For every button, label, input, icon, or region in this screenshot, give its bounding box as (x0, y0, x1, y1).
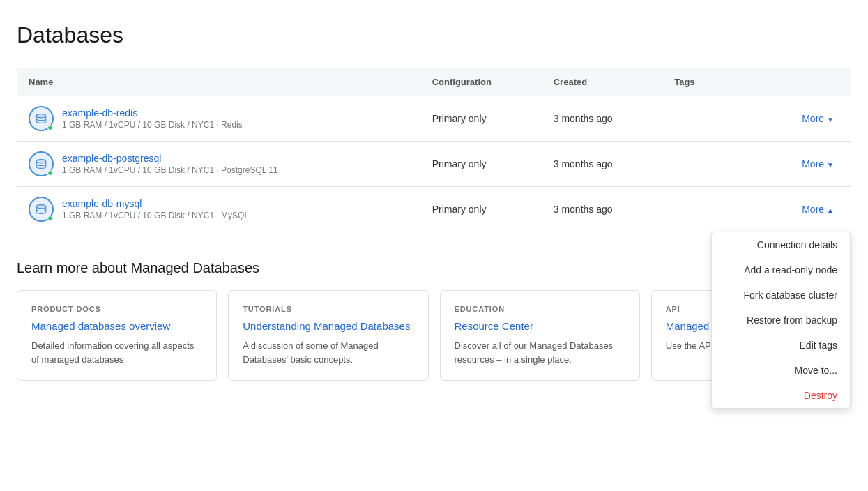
card-education: Education Resource Center Discover all o… (440, 290, 640, 381)
table-row: example-db-mysql 1 GB RAM / 1vCPU / 10 G… (17, 187, 851, 232)
dropdown-link-move-to[interactable]: Move to... (712, 358, 850, 383)
dropdown-item-fork-cluster: Fork database cluster (712, 282, 850, 308)
page-wrapper: Databases Name Configuration Created Tag… (0, 0, 868, 491)
chevron-icon-mysql (827, 204, 834, 215)
status-dot-mysql (47, 216, 53, 221)
card-desc-product-docs: Detailed information covering all aspect… (31, 339, 202, 366)
card-category-education: Education (455, 305, 625, 313)
db-actions-mysql: More Connection details Add a read-only … (726, 187, 851, 232)
db-icon-redis (29, 106, 54, 131)
dropdown-item-move-to: Move to... (712, 358, 850, 383)
dropdown-item-edit-tags: Edit tags (712, 333, 850, 358)
db-created-mysql: 3 months ago (542, 187, 663, 232)
chevron-icon-redis (827, 113, 834, 124)
table-row: example-db-postgresql 1 GB RAM / 1vCPU /… (17, 142, 851, 187)
col-name: Name (17, 68, 421, 96)
db-name-info-mysql: example-db-mysql 1 GB RAM / 1vCPU / 10 G… (62, 198, 249, 220)
more-button-redis[interactable]: More (796, 110, 839, 127)
svg-point-2 (36, 205, 46, 209)
chevron-icon-postgresql (827, 158, 834, 169)
db-actions-postgresql: More (726, 142, 851, 187)
page-title: Databases (17, 22, 851, 48)
status-dot-redis (47, 125, 53, 130)
svg-point-0 (36, 114, 46, 118)
card-link-product-docs[interactable]: Managed databases overview (31, 320, 202, 332)
col-actions (726, 68, 851, 96)
dropdown-link-edit-tags[interactable]: Edit tags (712, 333, 850, 358)
databases-table: Name Configuration Created Tags example-… (17, 68, 851, 232)
dropdown-link-fork-cluster[interactable]: Fork database cluster (712, 282, 850, 308)
card-category-tutorials: Tutorials (243, 305, 413, 313)
db-icon-mysql (29, 197, 54, 222)
dropdown-menu-mysql: Connection details Add a read-only node … (711, 232, 851, 409)
more-button-postgresql[interactable]: More (796, 156, 839, 172)
dropdown-link-restore-backup[interactable]: Restore from backup (712, 308, 850, 333)
status-dot-postgresql (47, 170, 53, 176)
db-name-cell-mysql: example-db-mysql 1 GB RAM / 1vCPU / 10 G… (17, 187, 421, 232)
db-created-redis: 3 months ago (542, 96, 663, 142)
card-product-docs: Product Docs Managed databases overview … (17, 290, 217, 381)
card-link-tutorials[interactable]: Understanding Managed Databases (243, 320, 413, 332)
db-name-info-postgresql: example-db-postgresql 1 GB RAM / 1vCPU /… (62, 153, 278, 175)
dropdown-link-add-readonly[interactable]: Add a read-only node (712, 257, 850, 282)
table-row: example-db-redis 1 GB RAM / 1vCPU / 10 G… (17, 96, 851, 142)
db-config-mysql: Primary only (421, 187, 542, 232)
dropdown-link-destroy[interactable]: Destroy (712, 383, 850, 408)
db-name-link-postgresql[interactable]: example-db-postgresql (62, 153, 278, 164)
col-configuration: Configuration (421, 68, 542, 96)
db-config-postgresql: Primary only (421, 142, 542, 187)
svg-point-1 (36, 160, 46, 163)
dropdown-item-add-readonly: Add a read-only node (712, 257, 850, 282)
card-desc-education: Discover all of our Managed Databases re… (455, 339, 625, 366)
db-specs-redis: 1 GB RAM / 1vCPU / 10 GB Disk / NYC1 · R… (62, 120, 243, 130)
db-actions-redis: More (726, 96, 851, 142)
db-tags-mysql (663, 187, 726, 232)
card-category-product-docs: Product Docs (31, 305, 202, 313)
col-tags: Tags (663, 68, 726, 96)
dropdown-item-destroy: Destroy (712, 383, 850, 408)
card-tutorials: Tutorials Understanding Managed Database… (228, 290, 428, 381)
db-icon-postgresql (29, 151, 54, 176)
dropdown-item-connection-details: Connection details (712, 232, 850, 257)
db-name-link-redis[interactable]: example-db-redis (62, 107, 243, 119)
db-specs-postgresql: 1 GB RAM / 1vCPU / 10 GB Disk / NYC1 · P… (62, 165, 278, 175)
col-created: Created (542, 68, 663, 96)
db-created-postgresql: 3 months ago (542, 142, 663, 187)
db-name-cell-redis: example-db-redis 1 GB RAM / 1vCPU / 10 G… (17, 96, 421, 142)
card-desc-tutorials: A discussion of some of Managed Database… (243, 339, 413, 366)
table-header-row: Name Configuration Created Tags (17, 68, 851, 96)
card-link-education[interactable]: Resource Center (455, 320, 625, 332)
db-config-redis: Primary only (421, 96, 542, 142)
db-name-cell-postgresql: example-db-postgresql 1 GB RAM / 1vCPU /… (17, 142, 421, 187)
dropdown-link-connection-details[interactable]: Connection details (712, 232, 850, 257)
more-button-mysql[interactable]: More (796, 201, 839, 218)
db-tags-postgresql (663, 142, 726, 187)
db-name-info-redis: example-db-redis 1 GB RAM / 1vCPU / 10 G… (62, 107, 243, 130)
dropdown-item-restore-backup: Restore from backup (712, 308, 850, 333)
db-tags-redis (663, 96, 726, 142)
db-name-link-mysql[interactable]: example-db-mysql (62, 198, 249, 209)
db-specs-mysql: 1 GB RAM / 1vCPU / 10 GB Disk / NYC1 · M… (62, 211, 249, 220)
